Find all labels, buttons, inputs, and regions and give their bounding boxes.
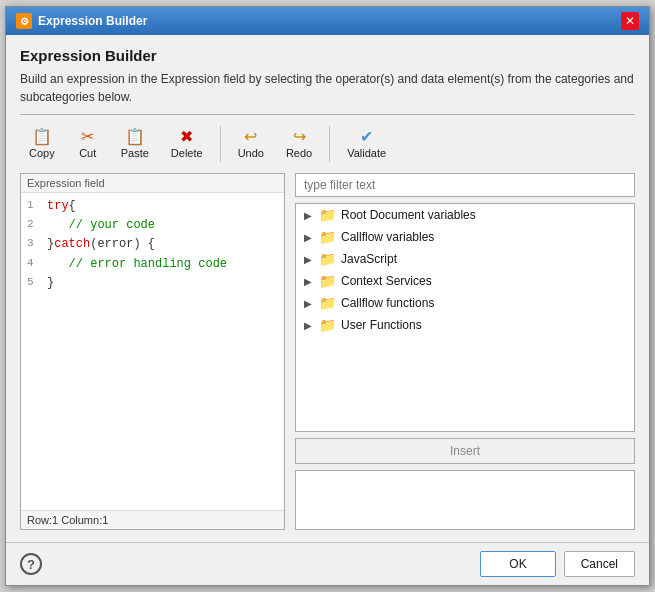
code-line-2: 2 // your code [27,216,278,235]
close-button[interactable]: ✕ [621,12,639,30]
expand-icon: ▶ [304,298,314,309]
toolbar: 📋 Copy ✂ Cut 📋 Paste ✖ Delete ↩ Undo ↪ [20,123,635,165]
dialog-body: Expression Builder Build an expression i… [6,35,649,542]
filter-input[interactable] [295,173,635,197]
expression-output [295,470,635,530]
folder-icon: 📁 [319,207,336,223]
undo-icon: ↩ [244,129,257,145]
tree-item-callflow-functions[interactable]: ▶ 📁 Callflow functions [296,292,634,314]
folder-icon: 📁 [319,251,336,267]
tree-item-label: Context Services [341,274,432,288]
folder-icon: 📁 [319,317,336,333]
copy-button[interactable]: 📋 Copy [20,125,64,163]
header-description: Build an expression in the Expression fi… [20,70,635,106]
dialog-icon: ⚙ [16,13,32,29]
ok-button[interactable]: OK [480,551,555,577]
expression-field-panel: Expression field 1 try { 2 // your code … [20,173,285,530]
code-line-3: 3 } catch (error) { [27,235,278,254]
tree-item-root-document[interactable]: ▶ 📁 Root Document variables [296,204,634,226]
tree-item-user-functions[interactable]: ▶ 📁 User Functions [296,314,634,336]
folder-icon: 📁 [319,295,336,311]
tree-item-context-services[interactable]: ▶ 📁 Context Services [296,270,634,292]
expand-icon: ▶ [304,232,314,243]
delete-icon: ✖ [180,129,193,145]
code-editor[interactable]: 1 try { 2 // your code 3 } catch (error)… [21,193,284,510]
toolbar-divider [20,114,635,115]
footer-buttons: OK Cancel [480,551,635,577]
tree-item-javascript[interactable]: ▶ 📁 JavaScript [296,248,634,270]
redo-label: Redo [286,147,312,159]
tree-item-label: User Functions [341,318,422,332]
tree-item-label: Callflow variables [341,230,434,244]
undo-label: Undo [238,147,264,159]
expand-icon: ▶ [304,320,314,331]
redo-button[interactable]: ↪ Redo [277,125,321,163]
help-button[interactable]: ? [20,553,42,575]
expand-icon: ▶ [304,276,314,287]
code-line-5: 5 } [27,274,278,293]
tree-item-label: Callflow functions [341,296,434,310]
tree-item-callflow-variables[interactable]: ▶ 📁 Callflow variables [296,226,634,248]
cancel-button[interactable]: Cancel [564,551,635,577]
folder-icon: 📁 [319,273,336,289]
validate-button[interactable]: ✔ Validate [338,125,395,163]
expression-builder-dialog: ⚙ Expression Builder ✕ Expression Builde… [5,6,650,586]
main-content: Expression field 1 try { 2 // your code … [20,173,635,530]
expand-icon: ▶ [304,254,314,265]
expression-field-label: Expression field [21,174,284,193]
tree-item-label: Root Document variables [341,208,476,222]
tree-panel: ▶ 📁 Root Document variables ▶ 📁 Callflow… [295,203,635,432]
undo-button[interactable]: ↩ Undo [229,125,273,163]
toolbar-separator [220,126,221,162]
paste-label: Paste [121,147,149,159]
paste-button[interactable]: 📋 Paste [112,125,158,163]
copy-icon: 📋 [32,129,52,145]
cut-button[interactable]: ✂ Cut [68,125,108,163]
tree-item-label: JavaScript [341,252,397,266]
redo-icon: ↪ [293,129,306,145]
delete-button[interactable]: ✖ Delete [162,125,212,163]
dialog-title: Expression Builder [38,14,147,28]
expand-icon: ▶ [304,210,314,221]
copy-label: Copy [29,147,55,159]
header-title: Expression Builder [20,47,635,64]
code-line-4: 4 // error handling code [27,255,278,274]
validate-label: Validate [347,147,386,159]
paste-icon: 📋 [125,129,145,145]
status-bar: Row:1 Column:1 [21,510,284,529]
cut-icon: ✂ [81,129,94,145]
insert-button[interactable]: Insert [295,438,635,464]
right-panel: ▶ 📁 Root Document variables ▶ 📁 Callflow… [295,173,635,530]
title-bar: ⚙ Expression Builder ✕ [6,7,649,35]
dialog-footer: ? OK Cancel [6,542,649,585]
toolbar-separator-2 [329,126,330,162]
folder-icon: 📁 [319,229,336,245]
header-section: Expression Builder Build an expression i… [20,47,635,106]
cut-label: Cut [79,147,96,159]
validate-icon: ✔ [360,129,373,145]
code-line-1: 1 try { [27,197,278,216]
delete-label: Delete [171,147,203,159]
